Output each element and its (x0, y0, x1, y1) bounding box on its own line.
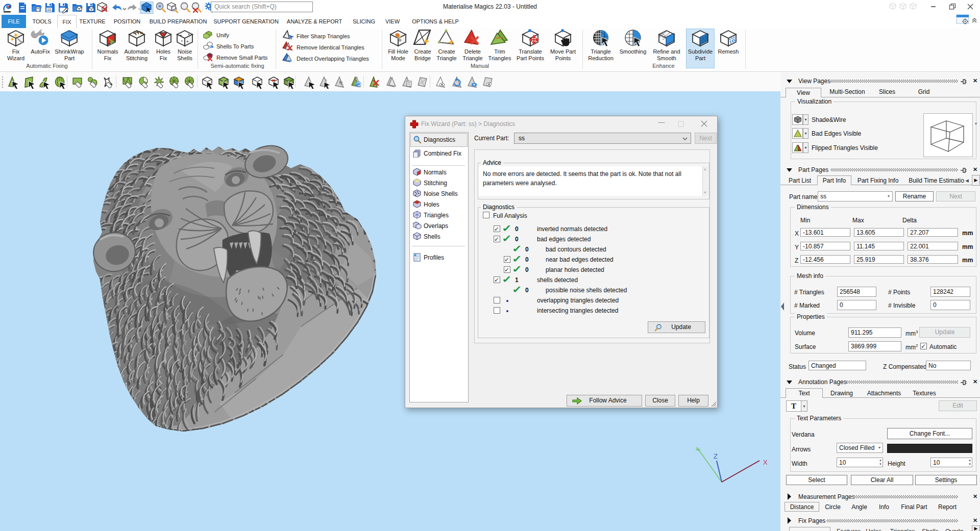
svg-text:X: X (763, 459, 768, 466)
svg-text:Z: Z (714, 452, 718, 460)
